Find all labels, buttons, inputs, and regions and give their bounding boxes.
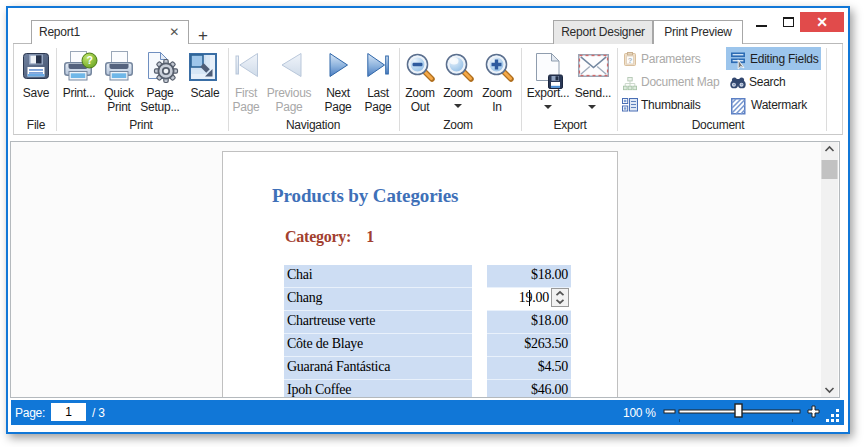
svg-text:?: ?	[628, 56, 633, 65]
svg-text:?: ?	[86, 54, 92, 66]
